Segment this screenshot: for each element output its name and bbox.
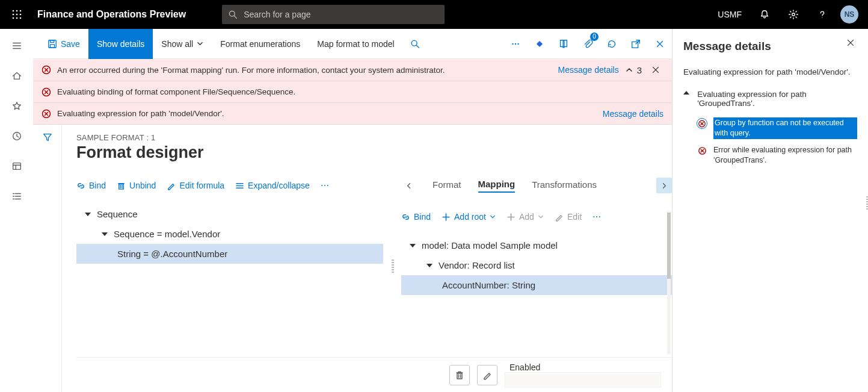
attachments-icon[interactable]: 0 (576, 29, 600, 59)
tree-node[interactable]: Sequence (76, 204, 383, 224)
edit-pencil-button[interactable] (477, 365, 497, 385)
tab-transformations[interactable]: Transformations (532, 179, 597, 192)
svg-rect-60 (457, 373, 462, 379)
tree-node[interactable]: String = @.AccountNumber (76, 244, 383, 264)
gear-icon[interactable] (780, 0, 807, 29)
chevron-up-icon (683, 91, 691, 95)
error-icon (42, 109, 51, 119)
bind-label: Bind (414, 212, 431, 222)
tab-format[interactable]: Format (432, 179, 461, 192)
close-icon[interactable] (648, 29, 672, 59)
tree-label: model: Data model Sample model (422, 240, 558, 250)
map-format-button[interactable]: Map format to model (309, 29, 402, 59)
error-banner: An error occurred during the 'Format map… (33, 59, 672, 125)
breadcrumb: SAMPLE FORMAT : 1 (76, 133, 672, 142)
tree-label: Sequence (97, 209, 138, 219)
help-icon[interactable] (809, 0, 836, 29)
bind-button[interactable]: Bind (76, 181, 106, 190)
scrollbar[interactable] (667, 211, 671, 355)
overflow-icon[interactable]: ⋯ (593, 212, 602, 222)
expander-icon[interactable] (425, 261, 434, 270)
star-icon[interactable] (5, 98, 29, 114)
appbar-right: USMF NS (710, 0, 863, 29)
svg-point-1 (16, 10, 18, 12)
error-text: Evaluating binding of format component F… (57, 87, 663, 96)
app-title: Finance and Operations Preview (37, 9, 186, 20)
edit-formula-button[interactable]: Edit formula (167, 181, 224, 190)
svg-rect-34 (537, 40, 543, 46)
message-item[interactable]: Group by function can not be executed wi… (697, 117, 857, 139)
recent-icon[interactable] (5, 128, 29, 145)
error-text: An error occurred during the 'Format map… (57, 66, 544, 75)
show-all-button[interactable]: Show all (153, 29, 212, 59)
find-icon[interactable] (403, 29, 427, 59)
error-icon (42, 87, 51, 97)
tree-node[interactable]: model: Data model Sample model (401, 235, 672, 255)
save-button[interactable]: Save (39, 29, 88, 59)
format-enumerations-button[interactable]: Format enumerations (212, 29, 309, 59)
svg-point-0 (13, 10, 14, 12)
add-root-button[interactable]: Add root (442, 212, 496, 222)
home-icon[interactable] (5, 67, 29, 84)
svg-point-11 (792, 13, 795, 16)
tree-node[interactable]: AccountNumber: String (401, 275, 672, 295)
popout-icon[interactable] (624, 29, 648, 59)
mapping-panel: Format Mapping Transformations Bind Add … (396, 175, 672, 357)
error-icon (697, 146, 707, 157)
svg-rect-17 (13, 163, 20, 170)
workspaces-icon[interactable] (5, 158, 29, 175)
unbind-button[interactable]: Unbind (117, 181, 156, 190)
diamond-icon[interactable] (528, 29, 552, 59)
filter-icon[interactable] (42, 132, 53, 392)
expander-icon[interactable] (408, 241, 417, 250)
svg-point-32 (515, 43, 516, 44)
svg-point-12 (822, 17, 822, 17)
expander-icon[interactable] (84, 210, 92, 219)
tab-scroll-right[interactable] (656, 178, 672, 193)
expand-label: Expand/collapse (248, 181, 310, 190)
overflow-icon[interactable]: ⋯ (321, 181, 330, 190)
tree-node[interactable]: Sequence = model.Vendor (76, 224, 383, 244)
chevron-down-icon (538, 214, 544, 220)
close-icon[interactable] (844, 36, 857, 49)
expand-collapse-button[interactable]: Expand/collapse (235, 181, 310, 190)
modules-icon[interactable] (5, 188, 29, 205)
message-details-link[interactable]: Message details (558, 65, 618, 75)
show-details-button[interactable]: Show details (88, 29, 153, 59)
tree-node[interactable]: Vendor: Record list (401, 255, 672, 275)
refresh-icon[interactable] (600, 29, 624, 59)
error-text: Evaluating expression for path 'model/Ve… (57, 109, 589, 118)
error-close-icon[interactable] (648, 66, 663, 74)
action-bar: Save Show details Show all Format enumer… (33, 29, 672, 59)
company-picker[interactable]: USMF (710, 10, 749, 19)
tab-mapping[interactable]: Mapping (478, 179, 516, 193)
enabled-field[interactable] (505, 372, 661, 388)
message-item[interactable]: Error while evaluating expression for pa… (697, 145, 857, 166)
search-placeholder: Search for a page (244, 10, 310, 19)
hamburger-icon[interactable] (5, 37, 29, 54)
error-row: Evaluating expression for path 'model/Ve… (33, 102, 672, 124)
message-group[interactable]: Evaluating expression for path 'GroupedT… (683, 90, 857, 108)
avatar[interactable]: NS (840, 5, 858, 23)
bind-button-right[interactable]: Bind (401, 212, 431, 222)
overflow-icon[interactable] (503, 29, 528, 59)
edit-button: Edit (555, 212, 582, 222)
error-collapse[interactable]: 3 (625, 65, 642, 75)
search-input[interactable]: Search for a page (222, 5, 445, 24)
tab-scroll-left[interactable] (401, 182, 416, 190)
waffle-icon[interactable] (5, 0, 29, 29)
svg-point-4 (16, 14, 18, 16)
svg-rect-49 (119, 184, 124, 188)
svg-point-33 (517, 43, 519, 44)
map-format-label: Map format to model (317, 39, 394, 49)
show-details-label: Show details (97, 39, 144, 49)
message-details-link[interactable]: Message details (603, 109, 663, 119)
book-icon[interactable] (552, 29, 576, 59)
delete-button[interactable] (449, 365, 470, 385)
splitter[interactable] (389, 175, 396, 357)
bell-icon[interactable] (751, 0, 778, 29)
error-count: 3 (637, 65, 642, 75)
expander-icon[interactable] (100, 230, 109, 238)
add-button: Add (506, 212, 544, 222)
message-details-panel: Message details Evaluating expression fo… (673, 29, 868, 392)
